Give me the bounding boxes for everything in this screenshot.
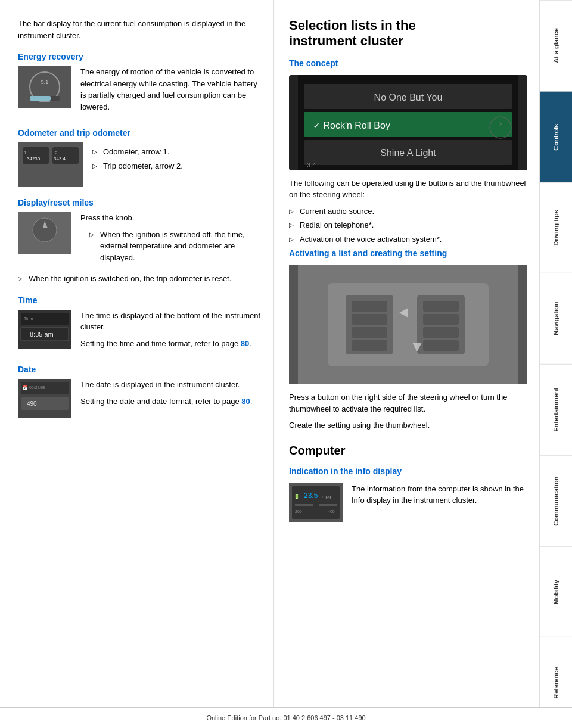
svg-rect-54: [295, 504, 313, 506]
time-text: The time is displayed at the bottom of t…: [80, 310, 262, 354]
display-reset-text: Press the knob. When the ignition is swi…: [80, 212, 262, 266]
sidebar-item-entertainment[interactable]: Entertainment: [540, 364, 572, 455]
right-content: Selection lists in the instrument cluste…: [274, 0, 539, 728]
svg-text:📅 05/29/08: 📅 05/29/08: [23, 385, 45, 390]
concept-bullet-list: Current audio source. Redial on telephon…: [289, 206, 527, 245]
svg-text:Time: Time: [24, 316, 33, 321]
section-heading-odometer: Odometer and trip odometer: [18, 128, 262, 138]
svg-rect-45: [423, 327, 459, 338]
sidebar-item-controls[interactable]: Controls: [540, 91, 572, 182]
time-image: Time 8:35 am: [18, 310, 72, 349]
sidebar-item-driving-tips[interactable]: Driving tips: [540, 182, 572, 273]
main-title: Selection lists in the instrument cluste…: [289, 18, 527, 49]
energy-recovery-text: The energy of motion of the vehicle is c…: [80, 66, 262, 117]
odometer-list: Odometer, arrow 1. Trip odometer, arrow …: [92, 146, 262, 172]
section-heading-time: Time: [18, 295, 262, 305]
svg-text:🔋: 🔋: [294, 493, 300, 499]
info-display-heading: Indication in the info display: [289, 466, 527, 476]
svg-text:✓ Rock'n Roll Boy: ✓ Rock'n Roll Boy: [313, 120, 390, 130]
svg-text:34235: 34235: [27, 156, 41, 161]
date-page-ref: Setting the date and date format, refer …: [80, 396, 262, 407]
intro-text: The bar display for the current fuel con…: [18, 18, 262, 41]
odometer-image: 1 2 34235 343.4: [18, 142, 83, 187]
sidebar-item-communication[interactable]: Communication: [540, 455, 572, 546]
sidebar-item-mobility[interactable]: Mobility: [540, 546, 572, 637]
display-reset-bottom-bullet: When the ignition is switched on, the tr…: [18, 273, 262, 285]
footer-copyright: Online Edition for Part no. 01 40 2 606 …: [206, 714, 365, 721]
odometer-bullets: Odometer, arrow 1. Trip odometer, arrow …: [92, 142, 262, 187]
svg-text:♪: ♪: [499, 120, 502, 127]
concept-bullet-2: Redial on telephone*.: [289, 219, 527, 231]
computer-section: 🔋 23.5 mpg 200 400 The information from …: [289, 483, 527, 522]
svg-rect-39: [352, 314, 387, 325]
computer-text: The information from the computer is sho…: [352, 483, 527, 522]
section-heading-date: Date: [18, 365, 262, 374]
section-heading-energy: Energy recovery: [18, 52, 262, 61]
display-reset-nested: When the ignition is switched off, the t…: [89, 229, 262, 264]
display-reset-nested-item: When the ignition is switched off, the t…: [89, 229, 262, 264]
svg-text:490: 490: [27, 400, 37, 407]
concept-heading: The concept: [289, 58, 527, 68]
display-reset-bottom-item: When the ignition is switched on, the tr…: [18, 273, 262, 285]
cluster-display-image: No One But You ✓ Rock'n Roll Boy Shine A…: [289, 75, 527, 170]
svg-rect-46: [423, 340, 459, 351]
concept-bullet-1: Current audio source.: [289, 206, 527, 217]
display-reset-section: Press the knob. When the ignition is swi…: [18, 212, 262, 266]
display-reset-image: [18, 212, 72, 254]
odometer-section: 1 2 34235 343.4 Odometer, arrow 1. Trip …: [18, 142, 262, 187]
energy-recovery-image: 5.1: [18, 66, 72, 108]
svg-rect-43: [423, 301, 459, 312]
date-text: The date is displayed in the instrument …: [80, 379, 262, 418]
svg-text:No One But You: No One But You: [374, 92, 443, 102]
activating-body1: Press a button on the right side of the …: [289, 391, 527, 415]
left-content: The bar display for the current fuel con…: [0, 0, 274, 728]
time-section: Time 8:35 am The time is displayed at th…: [18, 310, 262, 354]
page-footer: Online Edition for Part no. 01 40 2 606 …: [0, 707, 572, 728]
svg-text:8:35 am: 8:35 am: [30, 331, 54, 338]
svg-text:400: 400: [328, 509, 335, 514]
odometer-item-2: Trip odometer, arrow 2.: [92, 160, 262, 172]
date-image: 📅 05/29/08 490: [18, 379, 72, 418]
date-section: 📅 05/29/08 490 The date is displayed in …: [18, 379, 262, 418]
sidebar-item-navigation[interactable]: Navigation: [540, 273, 572, 364]
svg-text:23.5: 23.5: [304, 491, 318, 500]
activating-body2: Create the setting using the thumbwheel.: [289, 419, 527, 431]
svg-rect-41: [352, 340, 387, 351]
energy-recovery-section: 5.1 The energy of motion of the vehicle …: [18, 66, 262, 117]
odometer-item-1: Odometer, arrow 1.: [92, 146, 262, 158]
sidebar-item-at-a-glance[interactable]: At a glance: [540, 0, 572, 91]
svg-rect-55: [319, 504, 337, 506]
svg-text:2: 2: [55, 150, 58, 155]
section-heading-display-reset: Display/reset miles: [18, 198, 262, 207]
info-display-image: 🔋 23.5 mpg 200 400: [289, 483, 343, 522]
svg-rect-38: [352, 301, 387, 312]
computer-heading: Computer: [289, 443, 527, 458]
svg-text:343.4: 343.4: [54, 156, 66, 161]
steering-wheel-image: [289, 265, 527, 384]
concept-intro: The following can be operated using the …: [289, 178, 527, 201]
svg-text:3.4: 3.4: [307, 161, 316, 169]
concept-bullet-3: Activation of the voice activation syste…: [289, 234, 527, 245]
svg-text:mpg: mpg: [322, 494, 331, 499]
svg-text:1: 1: [24, 150, 27, 155]
svg-text:Shine A Light: Shine A Light: [380, 148, 436, 158]
svg-rect-40: [352, 327, 387, 338]
time-page-ref: Setting the time and time format, refer …: [80, 338, 262, 350]
svg-text:200: 200: [295, 509, 302, 514]
activating-heading: Activating a list and creating the setti…: [289, 248, 527, 258]
svg-text:5.1: 5.1: [41, 79, 49, 85]
svg-rect-4: [30, 96, 51, 101]
sidebar: At a glance Controls Driving tips Naviga…: [539, 0, 572, 728]
svg-rect-44: [423, 314, 459, 325]
